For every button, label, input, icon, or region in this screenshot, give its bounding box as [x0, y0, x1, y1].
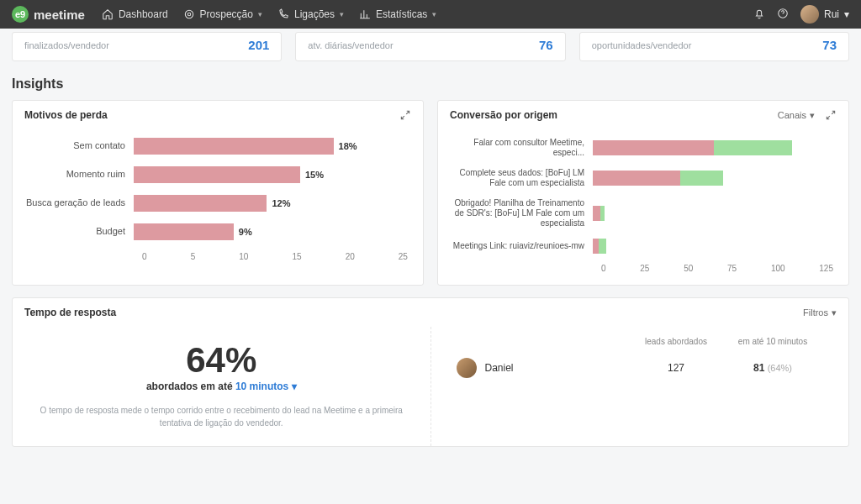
bar-label: Obrigado! Planilha de Treinamento de SDR…	[450, 198, 593, 228]
response-sub-prefix: abordados em até	[146, 381, 235, 392]
bar-label: Falar com consultor Meetime, especi...	[450, 138, 593, 158]
bar-row: Falar com consultor Meetime, especi...	[450, 138, 837, 158]
bar-value: 12%	[272, 198, 290, 208]
bar-label: Meetings Link: ruiaviz/reunioes-mw	[450, 241, 593, 251]
bar-row: Budget9%	[24, 223, 411, 240]
filter-label: Filtros	[803, 307, 828, 318]
expand-button[interactable]	[825, 109, 837, 121]
chevron-down-icon: ▾	[432, 10, 436, 18]
svg-point-0	[185, 10, 193, 18]
top-nav: e9 meetime Dashboard Prospecção ▾ Ligaçõ…	[0, 0, 861, 29]
nav-items: Dashboard Prospecção ▾ Ligações ▾ Estatí…	[102, 8, 437, 20]
bar-label: Budget	[24, 226, 134, 237]
phone-icon	[277, 8, 289, 20]
target-icon	[183, 8, 195, 20]
panel-conversao-origem: Conversão por origem Canais ▾ Falar com …	[437, 100, 849, 286]
panel-tempo-resposta: Tempo de resposta Filtros ▾ 64% abordado…	[12, 297, 849, 447]
bar-row: Complete seus dados: [BoFu] LM Fale com …	[450, 168, 837, 188]
bar-row: Busca geração de leads12%	[24, 195, 411, 212]
response-percent: 64%	[38, 340, 405, 381]
bar-segment-b	[600, 206, 605, 221]
bar-fill	[134, 138, 334, 155]
avatar	[800, 5, 819, 24]
bar-label: Momento ruim	[24, 169, 134, 180]
filter-canais[interactable]: Canais ▾	[778, 110, 815, 121]
nav-label: Ligações	[294, 8, 335, 20]
avatar	[457, 358, 477, 378]
x-axis: 0255075100125	[601, 264, 837, 273]
nav-estatisticas[interactable]: Estatísticas ▾	[359, 8, 436, 20]
panel-title: Motivos de perda	[24, 109, 108, 121]
summary-label: finalizados/vendedor	[24, 40, 109, 50]
bar-track: 15%	[134, 166, 411, 183]
help-icon[interactable]	[777, 8, 789, 22]
bar-segment-a	[593, 171, 680, 186]
bar-label: Busca geração de leads	[24, 197, 134, 208]
bell-icon[interactable]	[753, 8, 765, 22]
chart-icon	[359, 8, 371, 20]
chevron-down-icon: ▾	[810, 110, 815, 121]
bar-label: Complete seus dados: [BoFu] LM Fale com …	[450, 168, 593, 188]
brand-name: meetime	[34, 8, 85, 22]
x-axis: 0510152025	[142, 252, 411, 261]
filter-label: Canais	[778, 110, 806, 120]
bar-track: 12%	[134, 195, 411, 212]
response-description: O tempo de resposta mede o tempo corrido…	[38, 404, 405, 429]
bar-row: Meetings Link: ruiaviz/reunioes-mw	[450, 239, 837, 254]
expand-icon	[399, 109, 411, 121]
bar-value: 9%	[239, 227, 252, 237]
bar-segment-b	[680, 171, 723, 186]
chevron-down-icon: ▾	[832, 307, 837, 318]
summary-value: 201	[248, 38, 269, 52]
bar-track	[593, 206, 837, 221]
nav-dashboard[interactable]: Dashboard	[102, 8, 168, 20]
bar-segment-a	[593, 239, 599, 254]
chart-motivos: Sem contato18%Momento ruim15%Busca geraç…	[13, 129, 423, 273]
summary-row: finalizados/vendedor 201 atv. diárias/ve…	[0, 29, 861, 71]
bar-track	[593, 239, 837, 254]
summary-value: 76	[539, 38, 553, 52]
table-row: Daniel 127 81 (64%)	[457, 358, 824, 378]
nav-label: Prospecção	[200, 8, 253, 20]
bar-label: Sem contato	[24, 140, 134, 151]
summary-label: oportunidades/vendedor	[592, 40, 692, 50]
expand-icon	[825, 109, 837, 121]
nav-label: Dashboard	[119, 8, 168, 20]
user-menu[interactable]: Rui ▾	[800, 5, 849, 24]
bar-value: 18%	[339, 141, 357, 151]
bar-segment-b	[714, 140, 792, 155]
bar-fill	[134, 223, 234, 240]
in10-pct: (64%)	[768, 363, 792, 373]
summary-card: atv. diárias/vendedor 76	[295, 32, 565, 61]
bar-segment-b	[599, 239, 606, 254]
bar-segment-a	[593, 140, 714, 155]
col-leads: leads abordados	[630, 337, 722, 346]
bar-row: Sem contato18%	[24, 138, 411, 155]
bar-track	[593, 171, 837, 186]
bar-segment-a	[593, 206, 600, 221]
response-table: leads abordados em até 10 minutos Daniel…	[431, 327, 849, 446]
summary-value: 73	[822, 38, 837, 52]
panel-title: Tempo de resposta	[24, 307, 116, 318]
bar-fill	[134, 166, 300, 183]
summary-label: atv. diárias/vendedor	[308, 40, 393, 50]
filter-filtros[interactable]: Filtros ▾	[803, 307, 837, 318]
section-title-insights: Insights	[0, 71, 861, 100]
user-name: Rui	[824, 8, 839, 20]
nav-ligacoes[interactable]: Ligações ▾	[277, 8, 344, 20]
bar-track: 18%	[134, 138, 411, 155]
expand-button[interactable]	[399, 109, 411, 121]
nav-prospeccao[interactable]: Prospecção ▾	[183, 8, 262, 20]
nav-label: Estatísticas	[376, 8, 427, 20]
insights-row: Motivos de perda Sem contato18%Momento r…	[0, 100, 861, 297]
summary-card: oportunidades/vendedor 73	[579, 32, 849, 61]
time-window-link[interactable]: 10 minutos ▾	[235, 381, 297, 392]
response-summary: 64% abordados em até 10 minutos ▾ O temp…	[13, 327, 431, 446]
leads-value: 127	[630, 362, 722, 374]
brand[interactable]: e9 meetime	[12, 6, 85, 23]
bar-track: 9%	[134, 223, 411, 240]
nav-right: Rui ▾	[753, 5, 849, 24]
col-in10: em até 10 minutos	[722, 337, 823, 346]
chevron-down-icon: ▾	[258, 10, 262, 18]
bar-row: Momento ruim15%	[24, 166, 411, 183]
